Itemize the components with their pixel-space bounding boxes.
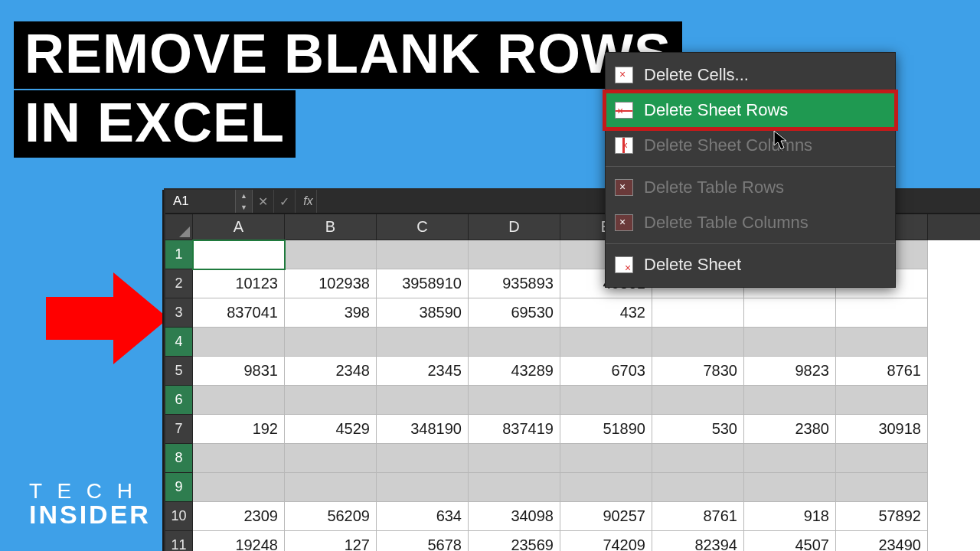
cell[interactable]: 634 xyxy=(377,502,469,531)
cell[interactable]: 56209 xyxy=(285,502,377,531)
cell[interactable]: 2309 xyxy=(193,502,285,531)
cell[interactable]: 19248 xyxy=(193,531,285,551)
cell[interactable]: 8761 xyxy=(836,357,928,386)
row-header[interactable]: 6 xyxy=(165,386,193,415)
row-header[interactable]: 1 xyxy=(165,240,193,269)
sheet-row[interactable]: 102309562096343409890257876191857892 xyxy=(165,502,980,531)
row-header[interactable]: 11 xyxy=(165,531,193,551)
cell[interactable]: 43289 xyxy=(469,357,560,386)
cell[interactable] xyxy=(836,298,928,328)
cell[interactable]: 837419 xyxy=(469,415,560,444)
row-header[interactable]: 3 xyxy=(165,298,193,328)
cell[interactable]: 8761 xyxy=(652,502,744,531)
cell[interactable] xyxy=(652,386,744,415)
cell[interactable] xyxy=(836,386,928,415)
cell[interactable]: 432 xyxy=(560,298,652,328)
cancel-formula-button[interactable]: ✕ xyxy=(253,190,274,213)
cell[interactable] xyxy=(377,328,469,357)
cell[interactable]: 82394 xyxy=(652,531,744,551)
cell[interactable]: 6703 xyxy=(560,357,652,386)
cell[interactable] xyxy=(652,444,744,473)
menu-item-delete-cells[interactable]: Delete Cells... xyxy=(606,57,895,93)
cell[interactable]: 530 xyxy=(652,415,744,444)
cell[interactable] xyxy=(836,473,928,502)
row-header[interactable]: 8 xyxy=(165,444,193,473)
cell[interactable] xyxy=(744,298,836,328)
column-header[interactable]: A xyxy=(193,214,285,240)
row-header[interactable]: 9 xyxy=(165,473,193,502)
cell[interactable] xyxy=(285,328,377,357)
row-header[interactable]: 10 xyxy=(165,502,193,531)
row-header[interactable]: 5 xyxy=(165,357,193,386)
sheet-row[interactable]: 11192481275678235697420982394450723490 xyxy=(165,531,980,551)
cell[interactable]: 2348 xyxy=(285,357,377,386)
cell[interactable] xyxy=(469,444,560,473)
cell[interactable]: 9823 xyxy=(744,357,836,386)
cell[interactable] xyxy=(285,240,377,269)
cell[interactable]: 2345 xyxy=(377,357,469,386)
sheet-row[interactable]: 7192452934819083741951890530238030918 xyxy=(165,415,980,444)
cell[interactable] xyxy=(560,444,652,473)
cell[interactable]: 10123 xyxy=(193,269,285,298)
cell[interactable]: 2380 xyxy=(744,415,836,444)
cell[interactable]: 4507 xyxy=(744,531,836,551)
cell[interactable]: 5678 xyxy=(377,531,469,551)
column-header[interactable]: C xyxy=(377,214,469,240)
cell[interactable] xyxy=(193,386,285,415)
sheet-row[interactable]: 9 xyxy=(165,473,980,502)
row-header[interactable]: 7 xyxy=(165,415,193,444)
cell[interactable] xyxy=(744,386,836,415)
cell[interactable] xyxy=(377,240,469,269)
cell[interactable]: 51890 xyxy=(560,415,652,444)
sheet-row[interactable]: 5983123482345432896703783098238761 xyxy=(165,357,980,386)
cell[interactable] xyxy=(469,473,560,502)
cell[interactable] xyxy=(744,444,836,473)
cell[interactable]: 127 xyxy=(285,531,377,551)
cell[interactable] xyxy=(285,444,377,473)
cell[interactable]: 23490 xyxy=(836,531,928,551)
cell[interactable] xyxy=(652,473,744,502)
cell[interactable]: 7830 xyxy=(652,357,744,386)
menu-item-delete-sheet-rows[interactable]: Delete Sheet Rows xyxy=(606,93,895,128)
row-header[interactable]: 4 xyxy=(165,328,193,357)
cell[interactable] xyxy=(285,473,377,502)
cell[interactable]: 9831 xyxy=(193,357,285,386)
cell[interactable]: 69530 xyxy=(469,298,560,328)
row-header[interactable]: 2 xyxy=(165,269,193,298)
cell[interactable]: 348190 xyxy=(377,415,469,444)
sheet-row[interactable]: 8 xyxy=(165,444,980,473)
cell[interactable] xyxy=(652,328,744,357)
cell[interactable] xyxy=(560,386,652,415)
cell[interactable] xyxy=(469,328,560,357)
name-box-stepper[interactable]: ▲ ▼ xyxy=(236,190,253,213)
cell[interactable]: 398 xyxy=(285,298,377,328)
cell[interactable] xyxy=(193,328,285,357)
column-header[interactable]: B xyxy=(285,214,377,240)
cell[interactable]: 57892 xyxy=(836,502,928,531)
cell[interactable]: 23569 xyxy=(469,531,560,551)
cell[interactable] xyxy=(652,298,744,328)
chevron-up-icon[interactable]: ▲ xyxy=(236,190,252,201)
column-header[interactable]: D xyxy=(469,214,560,240)
name-box[interactable]: A1 xyxy=(165,190,236,213)
cell[interactable]: 4529 xyxy=(285,415,377,444)
cell[interactable]: 38590 xyxy=(377,298,469,328)
cell[interactable]: 90257 xyxy=(560,502,652,531)
confirm-formula-button[interactable]: ✓ xyxy=(274,190,296,213)
cell[interactable]: 3958910 xyxy=(377,269,469,298)
cell[interactable]: 935893 xyxy=(469,269,560,298)
cell[interactable] xyxy=(193,240,285,269)
cell[interactable]: 837041 xyxy=(193,298,285,328)
cell[interactable] xyxy=(469,386,560,415)
fx-label[interactable]: fx xyxy=(296,190,317,213)
cell[interactable] xyxy=(377,444,469,473)
cell[interactable]: 102938 xyxy=(285,269,377,298)
cell[interactable] xyxy=(836,328,928,357)
cell[interactable]: 192 xyxy=(193,415,285,444)
select-all-corner[interactable] xyxy=(165,214,193,240)
cell[interactable] xyxy=(560,473,652,502)
cell[interactable]: 34098 xyxy=(469,502,560,531)
cell[interactable] xyxy=(193,473,285,502)
cell[interactable] xyxy=(285,386,377,415)
cell[interactable] xyxy=(377,473,469,502)
